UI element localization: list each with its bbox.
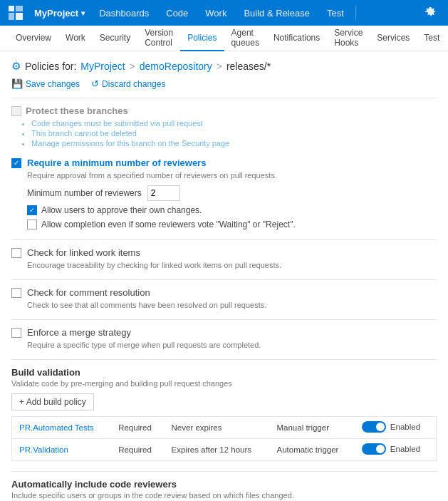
merge-strategy-desc: Require a specific type of merge when pu… [27,341,437,349]
divider-1 [11,98,437,98]
nav-test[interactable]: Test [318,0,353,26]
policy-req-1: Required [111,417,164,439]
sep1: > [130,61,135,72]
merge-strategy-header: Enforce a merge strategy [11,327,437,338]
policy-name-2[interactable]: PR.Validation [12,439,112,461]
allow-own-approval-label[interactable]: Allow users to approve their own changes… [41,205,202,215]
build-validation-title: Build validation [11,367,437,378]
protect-branches-section: Protect these branches Code changes must… [11,105,437,148]
allow-completion-label[interactable]: Allow completion even if some reviewers … [41,219,296,229]
svg-marker-2 [9,13,14,20]
project-link[interactable]: MyProject [80,61,125,72]
nav-separator [355,6,356,20]
branch-name: releases/* [226,61,271,72]
sep2: > [217,61,222,72]
linked-work-items-desc: Encourage traceability by checking for l… [27,261,437,269]
checkmark-reviewers: ✓ [14,160,19,167]
top-nav-links: Dashboards Code Work Build & Release Tes… [90,0,420,26]
divider-2 [11,239,437,240]
save-icon: 💾 [11,78,23,89]
add-build-policy-button[interactable]: + Add build policy [11,393,94,410]
svg-marker-1 [16,6,23,11]
require-reviewers-label[interactable]: Require a minimum number of reviewers [27,157,206,168]
merge-strategy-label[interactable]: Enforce a merge strategy [27,327,131,338]
nav-work[interactable]: Work [197,0,235,26]
allow-own-approval-row: ✓ Allow users to approve their own chang… [27,205,437,215]
table-row: PR.Validation Required Expires after 12 … [12,439,437,461]
policy-trigger-2: Automatic trigger [269,439,354,461]
auto-reviewers-title: Automatically include code reviewers [11,479,437,490]
comment-resolution-desc: Check to see that all comments have been… [27,301,437,309]
nav-build-release[interactable]: Build & Release [235,0,318,26]
policy-expiry-2: Expires after 12 hours [165,439,270,461]
build-policy-table: PR.Automated Tests Required Never expire… [11,416,437,461]
protect-item-1: Code changes must be submitted via pull … [31,119,437,128]
save-changes-button[interactable]: 💾 Save changes [11,78,80,89]
comment-resolution-checkbox[interactable] [11,288,21,298]
linked-work-items-header: Check for linked work items [11,247,437,258]
page-content: ⚙ Policies for: MyProject > demoReposito… [0,51,448,501]
tab-test[interactable]: Test [417,26,447,51]
require-reviewers-desc: Require approval from a specified number… [27,171,437,180]
protect-header: Protect these branches [11,105,437,116]
settings-icon[interactable] [420,1,442,24]
divider-3 [11,279,437,280]
policy-name-1[interactable]: PR.Automated Tests [12,417,112,439]
tab-agent-queues[interactable]: Agent queues [224,26,266,51]
repo-link[interactable]: demoRepository [140,61,212,72]
svg-marker-0 [9,6,14,11]
tab-security[interactable]: Security [93,26,137,51]
build-validation-desc: Validate code by pre-merging and buildin… [11,379,437,388]
breadcrumb: ⚙ Policies for: MyProject > demoReposito… [11,60,437,73]
top-nav: MyProject ▾ Dashboards Code Work Build &… [0,0,448,26]
toolbar: 💾 Save changes ↺ Discard changes [11,78,437,89]
logo [6,3,26,23]
protect-item-2: This branch cannot be deleted [31,129,437,138]
policy-toggle-1[interactable]: Enabled [355,417,437,439]
tab-notifications[interactable]: Notifications [266,26,327,51]
comment-resolution-label[interactable]: Check for comment resolution [27,287,150,298]
tab-work[interactable]: Work [58,26,93,51]
svg-marker-3 [16,13,23,20]
divider-4 [11,319,437,320]
protect-title: Protect these branches [26,105,128,116]
nav-dashboards[interactable]: Dashboards [90,0,157,26]
nav-code[interactable]: Code [157,0,197,26]
allow-own-approval-checkbox[interactable]: ✓ [27,205,37,215]
tab-services[interactable]: Services [370,26,417,51]
linked-work-items-checkbox[interactable] [11,248,21,258]
merge-strategy-checkbox[interactable] [11,328,21,338]
tab-overview[interactable]: Overview [9,26,58,51]
protect-list: Code changes must be submitted via pull … [11,119,437,148]
require-reviewers-checkbox[interactable]: ✓ [11,158,21,168]
tab-policies[interactable]: Policies [180,26,224,51]
toggle-label-2: Enabled [390,445,420,453]
toggle-2[interactable]: Enabled [362,443,420,455]
divider-6 [11,471,437,472]
comment-resolution-section: Check for comment resolution Check to se… [11,287,437,309]
discard-changes-button[interactable]: ↺ Discard changes [91,78,165,89]
auto-reviewers-section: Automatically include code reviewers Inc… [11,479,437,501]
divider-5 [11,359,437,360]
allow-completion-checkbox[interactable] [27,219,37,229]
protect-checkbox[interactable] [11,106,21,116]
policy-trigger-1: Manual trigger [269,417,354,439]
policy-toggle-2[interactable]: Enabled [355,439,437,461]
build-validation-section: Build validation Validate code by pre-me… [11,367,437,461]
discard-icon: ↺ [91,78,99,89]
project-name[interactable]: MyProject ▾ [28,0,90,26]
top-nav-right [420,1,442,24]
table-row: PR.Automated Tests Required Never expire… [12,417,437,439]
toggle-1[interactable]: Enabled [362,421,420,433]
linked-work-items-label[interactable]: Check for linked work items [27,247,140,258]
tab-version-control[interactable]: Version Control [137,26,180,51]
toggle-switch-1[interactable] [362,421,386,433]
min-reviewers-row: Minimum number of reviewers [27,185,437,201]
comment-resolution-header: Check for comment resolution [11,287,437,298]
min-reviewers-input[interactable] [147,185,180,201]
toggle-switch-2[interactable] [362,443,386,455]
project-chevron: ▾ [81,9,85,17]
tab-service-hooks[interactable]: Service Hooks [327,26,370,51]
add-build-policy-label: + Add build policy [19,397,86,407]
checkmark-own: ✓ [29,207,35,214]
